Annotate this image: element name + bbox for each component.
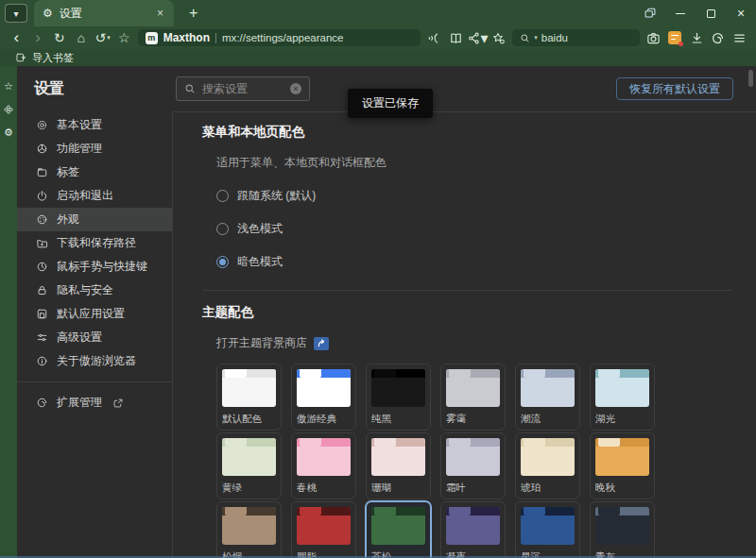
theme-name: 琥珀 — [521, 482, 575, 495]
sidebar-item-label: 启动和退出 — [57, 188, 113, 204]
rail-settings-gear-icon[interactable]: ⚙ — [4, 127, 13, 138]
theme-thumbnail — [222, 369, 276, 407]
undo-dropdown-icon[interactable]: ▾ — [107, 34, 111, 42]
theme-card[interactable]: 傲游经典 — [291, 364, 356, 431]
feature-icon — [36, 143, 48, 155]
search-engine-dropdown-icon[interactable]: ▾ — [534, 34, 538, 42]
theme-card[interactable]: 胭脂 — [291, 501, 356, 558]
extensions-swirl-icon[interactable] — [707, 27, 729, 48]
clear-search-icon[interactable]: × — [290, 83, 301, 94]
scrollbar-thumb[interactable] — [748, 70, 753, 87]
color-mode-radio-option[interactable]: 浅色模式 — [216, 221, 756, 237]
favorite-star-icon[interactable]: ☆ — [113, 27, 135, 48]
theme-card[interactable]: 凝夜 — [440, 501, 506, 558]
theme-card[interactable]: 苍松 — [366, 501, 431, 558]
menu-colors-section-title: 菜单和本地页配色 — [202, 124, 756, 141]
theme-card[interactable]: 青灰 — [590, 501, 655, 558]
theme-name: 潮流 — [521, 413, 575, 426]
import-bookmarks-label[interactable]: 导入书签 — [32, 51, 74, 65]
theme-card[interactable]: 雾霭 — [440, 364, 506, 431]
theme-card[interactable]: 潮流 — [515, 364, 580, 431]
theme-thumbnail — [521, 507, 575, 545]
theme-card[interactable]: 默认配色 — [216, 364, 282, 431]
theme-card[interactable]: 晚秋 — [590, 432, 655, 499]
sidebar-item[interactable]: 标签 — [17, 161, 172, 184]
theme-name: 珊瑚 — [371, 482, 425, 495]
settings-search-box[interactable]: 搜索设置 × — [176, 76, 310, 101]
sidebar-item[interactable]: 功能管理 — [17, 137, 172, 161]
theme-card[interactable]: 黄绿 — [216, 432, 282, 499]
restore-defaults-button[interactable]: 恢复所有默认设置 — [616, 77, 733, 100]
sidebar-item[interactable]: 高级设置 — [17, 326, 172, 349]
theme-card[interactable]: 琥珀 — [515, 432, 580, 499]
theme-thumbnail — [595, 438, 649, 476]
window-controls: × — [635, 0, 756, 26]
theme-thumbnail — [222, 507, 276, 545]
refresh-icon[interactable]: ↻ — [49, 27, 71, 48]
sidebar-item-label: 扩展管理 — [57, 395, 102, 411]
theme-card[interactable]: 松烟 — [216, 501, 282, 558]
menu-hamburger-icon[interactable] — [729, 27, 750, 48]
theme-thumbnail — [446, 438, 500, 476]
sidebar-item-label: 基本设置 — [57, 117, 102, 133]
reader-book-icon[interactable] — [445, 27, 467, 48]
sidebar-item[interactable]: 默认应用设置 — [17, 302, 172, 326]
share-dropdown-icon[interactable]: ▾ — [480, 29, 488, 47]
maximize-button[interactable] — [696, 0, 726, 26]
rail-favorites-star-icon[interactable]: ☆ — [4, 81, 13, 92]
menu-colors-description: 适用于菜单、本地页和对话框配色 — [216, 155, 756, 171]
sidebar-item-extensions[interactable]: 扩展管理 — [17, 391, 172, 414]
theme-card[interactable]: 星沉 — [515, 501, 580, 558]
radio-icon[interactable] — [216, 190, 229, 202]
tab-close-icon[interactable]: × — [155, 7, 165, 20]
theme-thumbnail — [222, 438, 276, 476]
open-store-arrow-icon[interactable] — [314, 337, 329, 350]
theme-thumbnail — [371, 369, 425, 407]
home-icon[interactable]: ⌂ — [70, 27, 92, 48]
radio-icon[interactable] — [216, 256, 229, 268]
quick-search-box[interactable]: ▾ baidu — [512, 29, 640, 46]
sidebar-item[interactable]: 外观 — [17, 208, 172, 231]
rail-apps-clover-icon[interactable] — [3, 104, 14, 115]
theme-card[interactable]: 珊瑚 — [366, 432, 431, 499]
color-mode-radio-option[interactable]: 跟随系统 (默认) — [216, 188, 756, 204]
address-bar[interactable]: m Maxthon mx://settings/appearance — [138, 29, 421, 46]
undo-icon[interactable]: ↺▾ — [92, 27, 113, 48]
theme-thumbnail — [521, 369, 575, 407]
sidebar-item-label: 默认应用设置 — [57, 306, 125, 322]
read-aloud-icon[interactable] — [423, 27, 445, 48]
radio-label: 浅色模式 — [237, 221, 283, 237]
tab-settings[interactable]: ⚙ 设置 × — [34, 0, 174, 26]
theme-card[interactable]: 霜叶 — [440, 432, 506, 499]
maxnote-icon[interactable] — [664, 27, 686, 48]
tab-list-chevron-icon[interactable]: ▾ — [5, 4, 27, 23]
forward-icon[interactable]: › — [27, 27, 49, 48]
sidebar-item[interactable]: 下载和保存路径 — [17, 231, 172, 255]
sidebar-item[interactable]: 启动和退出 — [17, 184, 172, 208]
settings-search-placeholder: 搜索设置 — [202, 81, 284, 97]
screenshot-camera-icon[interactable] — [643, 27, 664, 48]
sidebar-item[interactable]: 关于傲游浏览器 — [17, 349, 172, 373]
boss-window-icon[interactable] — [635, 0, 665, 26]
close-button[interactable]: × — [726, 0, 756, 26]
share-icon[interactable]: ▾ — [467, 27, 489, 48]
sidebar-item[interactable]: 鼠标手势与快捷键 — [17, 255, 172, 279]
radio-icon[interactable] — [216, 223, 229, 235]
color-mode-radio-option[interactable]: 暗色模式 — [216, 254, 756, 270]
search-icon — [184, 83, 196, 94]
bookmark-star-gear-icon[interactable] — [489, 27, 510, 48]
theme-card[interactable]: 湖光 — [590, 364, 655, 431]
url-separator — [215, 33, 216, 43]
new-tab-button[interactable]: + — [185, 5, 201, 22]
theme-card[interactable]: 纯黑 — [366, 364, 431, 431]
download-icon[interactable] — [686, 27, 708, 48]
theme-thumbnail — [297, 507, 351, 545]
back-icon[interactable]: ‹ — [6, 27, 27, 48]
radio-label: 暗色模式 — [237, 254, 283, 270]
theme-card[interactable]: 春桃 — [291, 432, 356, 499]
sidebar-item[interactable]: 基本设置 — [17, 113, 172, 137]
sidebar-item-label: 鼠标手势与快捷键 — [57, 259, 147, 275]
theme-store-link[interactable]: 打开主题背景商店 — [216, 335, 756, 351]
minimize-button[interactable] — [665, 0, 696, 26]
sidebar-item[interactable]: 隐私与安全 — [17, 279, 172, 302]
